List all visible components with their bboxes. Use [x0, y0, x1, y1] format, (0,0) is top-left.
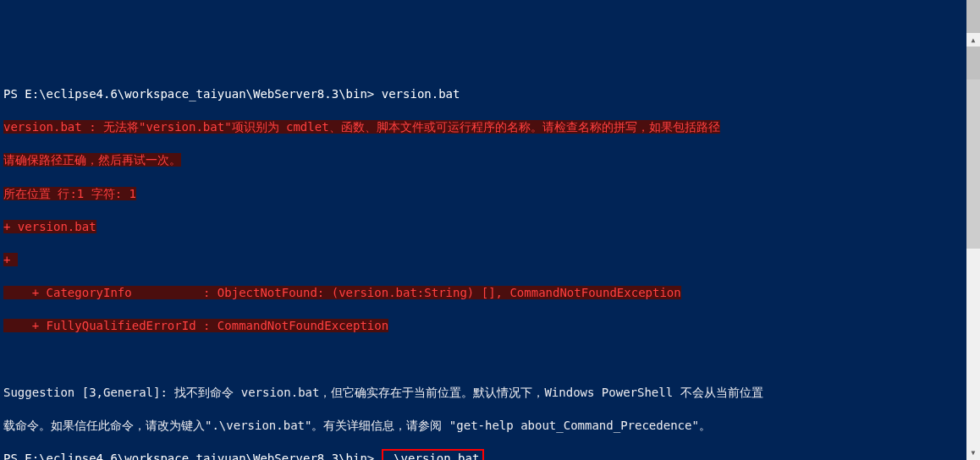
error-line-3: 所在位置 行:1 字符: 1 — [3, 187, 136, 200]
scroll-thumb[interactable] — [966, 79, 980, 249]
command-2: .\version.bat — [387, 452, 480, 460]
error-category: + CategoryInfo : ObjectNotFound: (versio… — [3, 286, 681, 299]
error-line-4: + version.bat — [3, 220, 96, 233]
terminal-output[interactable]: PS E:\eclipse4.6\workspace_taiyuan\WebSe… — [3, 69, 968, 460]
suggestion-line-1: Suggestion [3,General]: 找不到命令 version.ba… — [3, 386, 763, 399]
scroll-track[interactable] — [966, 79, 980, 460]
suggestion-line-2: 载命令。如果信任此命令，请改为键入".\version.bat"。有关详细信息，… — [3, 419, 711, 432]
scroll-down-button[interactable]: ▼ — [966, 446, 980, 460]
highlight-box-1: .\version.bat — [382, 449, 485, 460]
scrollbar[interactable]: ▲ ▼ — [966, 0, 980, 460]
prompt-path: PS E:\eclipse4.6\workspace_taiyuan\WebSe… — [3, 87, 382, 101]
command-1: version.bat — [382, 87, 460, 101]
scroll-up-button[interactable]: ▲ — [966, 33, 980, 47]
error-line-2: 请确保路径正确，然后再试一次。 — [3, 153, 181, 167]
error-line-1: version.bat : 无法将"version.bat"项识别为 cmdle… — [3, 120, 720, 134]
error-qualified: + FullyQualifiedErrorId : CommandNotFoun… — [3, 319, 388, 332]
error-line-5: + — [3, 253, 18, 266]
prompt-path-2: PS E:\eclipse4.6\workspace_taiyuan\WebSe… — [3, 452, 382, 460]
